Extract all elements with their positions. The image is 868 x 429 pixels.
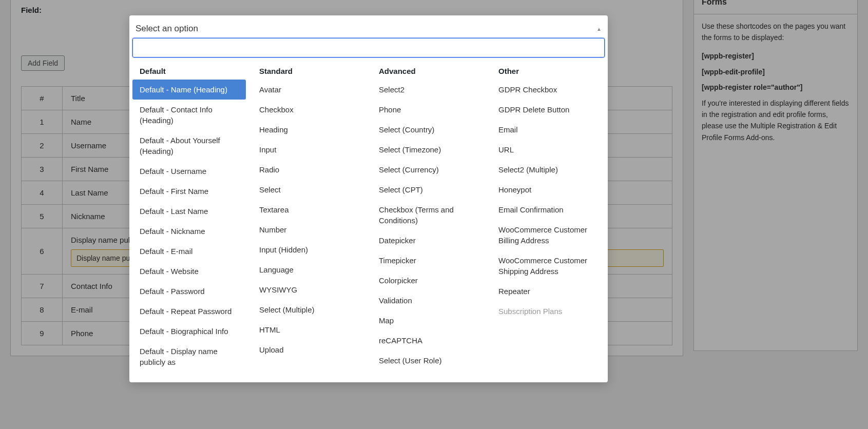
select-option[interactable]: Select (User Role): [372, 350, 485, 371]
select-option[interactable]: Number: [252, 220, 365, 240]
select-option[interactable]: Select2 (Multiple): [491, 160, 605, 180]
select-search-input[interactable]: [132, 38, 605, 57]
field-select-dropdown: Select an option ▲ DefaultDefault - Name…: [129, 15, 608, 382]
select-option[interactable]: Default - E-mail: [132, 241, 246, 261]
select-option[interactable]: Select (Timezone): [372, 140, 485, 160]
select-group-label: Advanced: [372, 63, 485, 80]
select-option[interactable]: Select (Country): [372, 120, 485, 140]
select-option[interactable]: Checkbox (Terms and Conditions): [372, 200, 485, 230]
select-option[interactable]: Email Confirmation: [491, 200, 605, 220]
select-option[interactable]: Select2: [372, 80, 485, 100]
select-option[interactable]: Textarea: [252, 200, 365, 220]
chevron-up-icon: ▲: [596, 26, 602, 32]
select-option[interactable]: WooCommerce Customer Billing Address: [491, 220, 605, 250]
select-group-standard: StandardAvatarCheckboxHeadingInputRadioS…: [249, 63, 369, 372]
select-option[interactable]: GDPR Checkbox: [491, 80, 605, 100]
select-option[interactable]: Select: [252, 180, 365, 200]
select-option[interactable]: Default - About Yourself (Heading): [132, 130, 246, 161]
select-option[interactable]: Default - Nickname: [132, 221, 246, 241]
select-option[interactable]: Default - First Name: [132, 181, 246, 201]
select-group-other: OtherGDPR CheckboxGDPR Delete ButtonEmai…: [488, 63, 608, 372]
select-option[interactable]: Input: [252, 140, 365, 160]
select-option[interactable]: Input (Hidden): [252, 240, 365, 260]
select-option[interactable]: Language: [252, 260, 365, 280]
select-group-advanced: AdvancedSelect2PhoneSelect (Country)Sele…: [369, 63, 488, 372]
select-option[interactable]: URL: [491, 140, 605, 160]
select-option[interactable]: Validation: [372, 290, 485, 310]
select-option[interactable]: Upload: [252, 340, 365, 360]
select-option[interactable]: Heading: [252, 120, 365, 140]
select-option[interactable]: Honeypot: [491, 180, 605, 200]
select-group-label: Standard: [252, 63, 365, 80]
select-placeholder: Select an option: [136, 24, 198, 34]
select-option[interactable]: Avatar: [252, 80, 365, 100]
select-option[interactable]: Default - Display name publicly as: [132, 341, 246, 372]
select-option[interactable]: WYSIWYG: [252, 280, 365, 300]
select-option[interactable]: Radio: [252, 160, 365, 180]
select-option[interactable]: Default - Biographical Info: [132, 321, 246, 341]
select-option[interactable]: Timepicker: [372, 250, 485, 270]
select-option[interactable]: Checkbox: [252, 100, 365, 120]
select-option[interactable]: Colorpicker: [372, 270, 485, 290]
select-option[interactable]: reCAPTCHA: [372, 330, 485, 350]
select-option[interactable]: HTML: [252, 320, 365, 340]
select-option[interactable]: WooCommerce Customer Shipping Address: [491, 250, 605, 281]
select-option[interactable]: Select (CPT): [372, 180, 485, 200]
select-option[interactable]: Phone: [372, 100, 485, 120]
select-option[interactable]: Default - Name (Heading): [132, 80, 246, 100]
select-option[interactable]: Select (Multiple): [252, 300, 365, 320]
select-option[interactable]: Repeater: [491, 281, 605, 301]
select-option[interactable]: Map: [372, 310, 485, 330]
select-option[interactable]: Select (Currency): [372, 160, 485, 180]
select-option[interactable]: Default - Contact Info (Heading): [132, 100, 246, 130]
select-option[interactable]: Default - Last Name: [132, 201, 246, 221]
select-group-label: Other: [491, 63, 605, 80]
select-option[interactable]: Default - Website: [132, 261, 246, 281]
select-option[interactable]: Email: [491, 120, 605, 140]
select-header[interactable]: Select an option ▲: [129, 15, 608, 38]
select-group-label: Default: [132, 63, 246, 80]
select-option[interactable]: Datepicker: [372, 230, 485, 250]
select-option[interactable]: Default - Repeat Password: [132, 301, 246, 321]
select-option[interactable]: Subscription Plans: [491, 301, 605, 321]
select-option[interactable]: Default - Password: [132, 281, 246, 301]
select-option[interactable]: Default - Username: [132, 161, 246, 181]
select-option[interactable]: GDPR Delete Button: [491, 100, 605, 120]
select-group-default: DefaultDefault - Name (Heading)Default -…: [129, 63, 249, 372]
